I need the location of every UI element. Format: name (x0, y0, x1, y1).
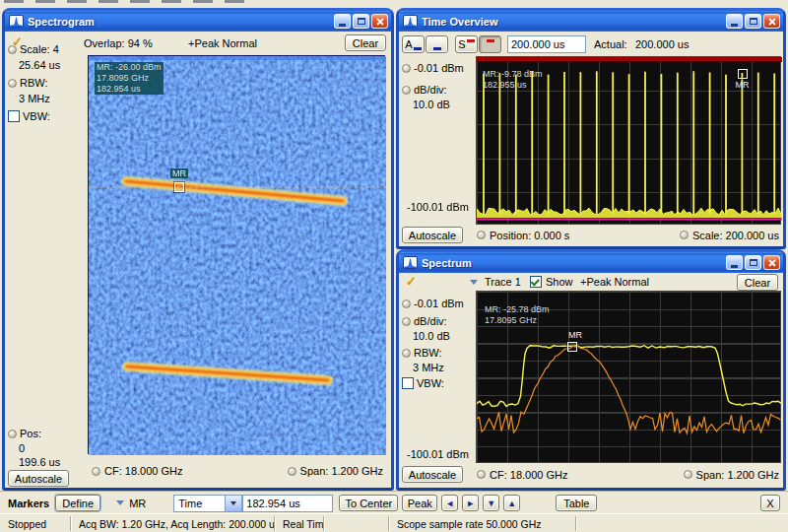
pos-value1-text: 0 (19, 442, 25, 454)
peak-left-button[interactable]: ◄ (441, 495, 458, 511)
trace-dropdown-icon[interactable] (470, 280, 478, 285)
clear-button[interactable]: Clear (737, 274, 778, 291)
marker-readout-line1: MR: -26.00 dBm (97, 62, 162, 73)
status-spare-2 (576, 516, 788, 531)
show-checkbox[interactable] (530, 276, 542, 288)
spectrum-content: ✓ Trace 1 Show +Peak Normal Clear -0.01 … (399, 273, 783, 488)
minimize-button[interactable] (726, 255, 743, 270)
peak-higher-button[interactable]: ▲ (503, 495, 520, 511)
rbw-setting[interactable]: RBW: (402, 347, 442, 359)
top-level-setting[interactable]: -0.01 dBm (402, 298, 464, 309)
detection-mode: +Peak Normal (188, 37, 257, 49)
marker-type-combobox[interactable]: Time (173, 495, 242, 512)
marker-readout: MR: -9.78 dBm 182.955 us (483, 69, 543, 91)
marker-readout: MR: -26.00 dBm 17.8095 GHz 182.954 us (95, 62, 164, 95)
window-title: Time Overview (422, 16, 724, 28)
spectrogram-canvas (89, 56, 386, 455)
info-bullet-icon (402, 349, 411, 358)
close-button[interactable] (371, 14, 388, 29)
autoscale-button[interactable]: Autoscale (402, 227, 463, 243)
peak-right-button[interactable]: ► (462, 495, 479, 511)
app-icon (403, 15, 418, 28)
spectrum-offset-button[interactable] (479, 35, 501, 53)
to-center-button[interactable]: To Center (339, 495, 398, 511)
app-icon (403, 256, 418, 269)
y-top-label: -0.01 dBm (414, 298, 464, 309)
combo-dropdown-button[interactable] (225, 496, 241, 511)
autoscale-button[interactable]: Autoscale (8, 470, 69, 487)
trace-name[interactable]: Trace 1 (485, 276, 521, 288)
marker-mr-handle[interactable] (567, 342, 577, 352)
marker-readout-line1: MR: -25.78 dBm (485, 304, 550, 315)
pos-setting[interactable]: Pos: (8, 428, 41, 439)
maximize-button[interactable] (745, 14, 761, 29)
maximize-button[interactable] (353, 14, 369, 29)
top-level-setting[interactable]: -0.01 dBm (402, 62, 464, 74)
enabled-check-icon: ✓ (406, 275, 417, 288)
spectrogram-plot[interactable]: MR: -26.00 dBm 17.8095 GHz 182.954 us MR (88, 55, 385, 454)
vbw-checkbox[interactable] (8, 110, 20, 122)
vbw-setting[interactable]: VBW: (402, 377, 444, 389)
spectrum-titlebar[interactable]: Spectrum (399, 252, 783, 273)
close-button[interactable] (763, 255, 780, 270)
marker-table-button[interactable]: Table (556, 495, 597, 511)
spectrum-length-button[interactable]: S (455, 35, 478, 53)
spectrum-plot[interactable]: MR: -25.78 dBm 17.8095 GHz MR (476, 291, 781, 463)
minimize-button[interactable] (334, 14, 351, 29)
marker-mr-handle[interactable] (174, 182, 184, 192)
selected-marker-name: MR (129, 498, 146, 509)
time-overview-titlebar[interactable]: Time Overview (399, 11, 783, 32)
rbw-setting[interactable]: RBW: (8, 77, 48, 89)
marker-mr-label: MR (170, 168, 188, 178)
marker-select-dropdown-icon[interactable] (116, 500, 124, 505)
show-label: Show (546, 276, 573, 288)
chevron-down-icon (230, 501, 236, 505)
analysis-length-input[interactable] (507, 35, 586, 53)
peak-lower-button[interactable]: ▼ (483, 495, 499, 511)
spectrogram-titlebar[interactable]: Spectrogram (5, 11, 391, 32)
rbw-value-text: 3 MHz (413, 362, 444, 373)
info-bullet-icon (288, 467, 296, 476)
autoscale-button[interactable]: Autoscale (402, 466, 463, 483)
vbw-setting[interactable]: VBW: (8, 110, 50, 122)
dbdiv-setting[interactable]: dB/div: (402, 84, 447, 96)
marker-mr-label: MR (735, 80, 749, 90)
spectrum-axis-row: Autoscale CF: 18.000 GHz Span: 1.200 GHz (399, 466, 783, 483)
analysis-offset-button[interactable] (426, 35, 448, 53)
vbw-label: VBW: (417, 377, 444, 389)
scale-value: 25.64 us (19, 59, 60, 71)
center-frequency[interactable]: CF: 18.000 GHz (490, 469, 567, 481)
close-button[interactable] (763, 14, 780, 29)
analysis-length-button[interactable]: A (402, 35, 425, 53)
clear-button[interactable]: Clear (345, 34, 386, 51)
peak-button[interactable]: Peak (402, 495, 437, 511)
markers-label: Markers (8, 498, 49, 509)
spectrogram-window: Spectrogram ✓ Overlap: 94 % +Peak Normal… (2, 8, 394, 491)
minimize-button[interactable] (726, 14, 743, 29)
dbdiv-setting[interactable]: dB/div: (402, 315, 447, 327)
span-readout[interactable]: Span: 1.200 GHz (300, 465, 383, 477)
maximize-button[interactable] (745, 255, 761, 270)
define-markers-button[interactable]: Define (55, 495, 100, 511)
scale-setting[interactable]: Scale: 4 (8, 43, 59, 55)
close-icon (767, 17, 777, 27)
position-readout[interactable]: Position: 0.000 s (490, 230, 569, 241)
center-frequency[interactable]: CF: 18.000 GHz (104, 465, 182, 477)
overlap-readout: Overlap: 94 % (84, 37, 153, 49)
close-markers-bar-button[interactable]: X (760, 495, 780, 511)
window-title: Spectrum (422, 257, 724, 269)
marker-mr-handle[interactable] (738, 69, 748, 79)
info-bullet-icon (402, 317, 411, 326)
marker-readout-line2: 17.8095 GHz (485, 315, 550, 326)
time-overview-plot[interactable]: MR: -9.78 dBm 182.955 us MR (476, 56, 781, 225)
maximize-icon (750, 18, 757, 25)
markers-toolbar: Markers Define MR Time To Center Peak ◄ … (0, 491, 788, 514)
rbw-value: 3 MHz (19, 93, 50, 104)
rbw-label: RBW: (414, 347, 442, 359)
span-readout[interactable]: Span: 1.200 GHz (696, 469, 779, 481)
y-bottom: -100.01 dBm (407, 201, 469, 213)
vbw-checkbox[interactable] (402, 377, 414, 389)
scale-readout[interactable]: Scale: 200.000 us (692, 230, 779, 241)
info-bullet-icon (684, 470, 692, 479)
marker-position-input[interactable] (242, 495, 333, 512)
